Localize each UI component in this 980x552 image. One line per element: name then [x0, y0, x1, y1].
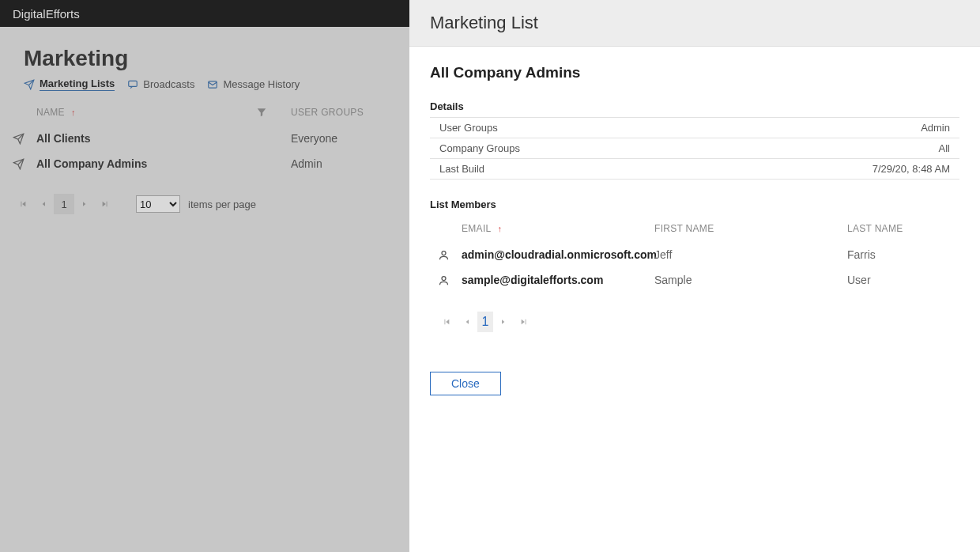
details-value: 7/29/20, 8:48 AM	[873, 163, 950, 175]
column-label: USER GROUPS	[291, 107, 364, 118]
close-button[interactable]: Close	[430, 372, 501, 395]
list-row-user-groups: Admin	[291, 157, 401, 170]
member-last-name: Farris	[847, 248, 959, 261]
details-key: User Groups	[439, 122, 921, 134]
member-first-name: Jeff	[654, 248, 847, 261]
user-icon	[438, 249, 462, 261]
column-label: NAME	[36, 107, 65, 118]
send-icon	[13, 158, 36, 170]
tab-broadcasts[interactable]: Broadcasts	[127, 78, 194, 90]
member-email: admin@cloudradial.onmicrosoft.com	[462, 248, 654, 261]
details-row: Last Build 7/29/20, 8:48 AM	[430, 159, 959, 180]
column-label: FIRST NAME	[654, 223, 714, 234]
list-row[interactable]: All Company Admins Admin	[0, 151, 409, 176]
panel-header-title: Marketing List	[430, 13, 959, 33]
pager-prev-icon[interactable]	[33, 194, 54, 214]
column-header-user-groups[interactable]: USER GROUPS	[291, 107, 401, 118]
panel-body: All Company Admins Details User Groups A…	[409, 47, 980, 552]
panel-title: All Company Admins	[430, 64, 959, 81]
list-row-name: All Company Admins	[36, 157, 291, 170]
filter-icon[interactable]	[256, 107, 267, 118]
panel-header: Marketing List	[409, 0, 980, 47]
details-value: Admin	[921, 122, 950, 134]
member-row[interactable]: sample@digitalefforts.com Sample User	[430, 267, 959, 293]
pager-last-icon[interactable]	[514, 312, 534, 332]
pager-current-page[interactable]: 1	[54, 194, 74, 214]
pager-prev-icon[interactable]	[457, 312, 477, 332]
details-key: Last Build	[439, 163, 873, 175]
pager-next-icon[interactable]	[493, 312, 514, 332]
member-row[interactable]: admin@cloudradial.onmicrosoft.com Jeff F…	[430, 242, 959, 267]
column-header-email[interactable]: EMAIL ↑	[462, 223, 654, 234]
detail-panel: Marketing List All Company Admins Detail…	[409, 0, 980, 552]
tab-marketing-lists[interactable]: Marketing Lists	[24, 78, 115, 91]
pager-first-icon[interactable]	[436, 312, 457, 332]
member-email: sample@digitalefforts.com	[462, 274, 654, 286]
pager-first-icon[interactable]	[13, 194, 33, 214]
list-row[interactable]: All Clients Everyone	[0, 126, 409, 151]
user-icon	[438, 274, 462, 286]
column-label: EMAIL	[462, 223, 492, 234]
column-header-name[interactable]: NAME ↑	[36, 107, 256, 118]
svg-point-3	[442, 276, 446, 280]
mail-icon	[207, 79, 218, 90]
details-row: User Groups Admin	[430, 118, 959, 138]
send-icon	[13, 133, 36, 145]
list-row-user-groups: Everyone	[291, 132, 401, 145]
sort-asc-icon: ↑	[71, 108, 76, 117]
tab-message-history[interactable]: Message History	[207, 78, 300, 90]
tab-label: Broadcasts	[143, 78, 194, 90]
details-table: User Groups Admin Company Groups All Las…	[430, 117, 959, 180]
details-heading: Details	[430, 100, 959, 112]
details-key: Company Groups	[439, 142, 939, 154]
tab-label: Message History	[223, 78, 300, 90]
items-per-page-label: items per page	[188, 198, 256, 210]
member-last-name: User	[847, 274, 959, 286]
members-pager: 1	[430, 293, 959, 332]
sort-asc-icon: ↑	[498, 224, 503, 233]
list-row-name: All Clients	[36, 132, 291, 145]
column-label: LAST NAME	[847, 223, 903, 234]
svg-rect-0	[129, 81, 138, 86]
details-row: Company Groups All	[430, 138, 959, 159]
members-heading: List Members	[430, 198, 959, 210]
chat-icon	[127, 79, 138, 90]
column-header-first-name[interactable]: FIRST NAME	[654, 223, 847, 234]
tab-bar: Marketing Lists Broadcasts Message Histo…	[0, 76, 409, 99]
members-header-row: EMAIL ↑ FIRST NAME LAST NAME	[430, 215, 959, 242]
column-header-last-name[interactable]: LAST NAME	[847, 223, 959, 234]
member-first-name: Sample	[654, 274, 847, 286]
tab-label: Marketing Lists	[40, 78, 115, 91]
list-header-row: NAME ↑ USER GROUPS	[0, 99, 409, 126]
send-icon	[24, 79, 35, 90]
top-bar: DigitalEfforts	[0, 0, 409, 27]
pager-last-icon[interactable]	[95, 194, 115, 214]
svg-point-2	[442, 251, 446, 255]
page-size-select[interactable]: 10	[136, 195, 180, 213]
brand-label: DigitalEfforts	[13, 7, 80, 21]
page-title: Marketing	[0, 27, 409, 76]
details-value: All	[939, 142, 950, 154]
main-content-area: DigitalEfforts Marketing Marketing Lists…	[0, 0, 409, 552]
pager-current-page[interactable]: 1	[477, 312, 493, 332]
list-pager: 1 10 items per page	[0, 176, 409, 214]
pager-next-icon[interactable]	[74, 194, 95, 214]
